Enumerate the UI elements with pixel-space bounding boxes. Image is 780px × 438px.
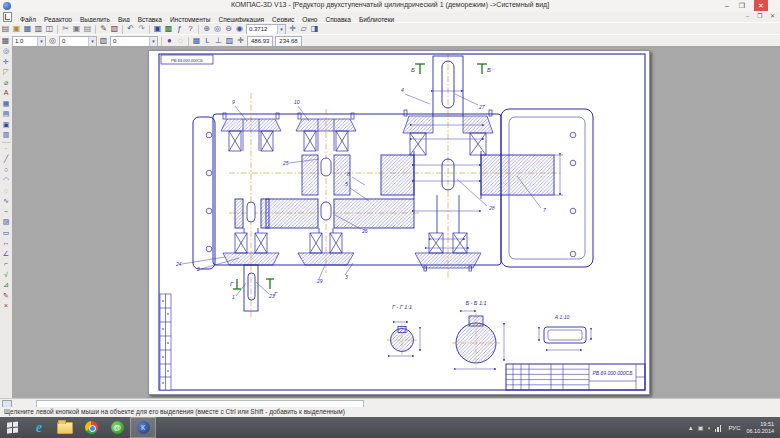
detail-view-bb: Б - Б 1:1 (452, 300, 504, 369)
taskbar-internet-explorer[interactable]: e (26, 417, 52, 438)
close-button[interactable]: ✕ (754, 0, 768, 11)
drawing-canvas[interactable]: РВ.69.000.000СБ (12, 46, 780, 398)
copy-properties-icon[interactable]: ✎ (98, 24, 109, 35)
taskbar-file-explorer[interactable] (52, 417, 78, 438)
line-style-icon[interactable]: ● (164, 36, 175, 47)
select-tool-icon[interactable]: ◸ (1, 67, 12, 78)
language-indicator[interactable]: РУС (728, 425, 740, 431)
report-tool-icon[interactable]: ▥ (1, 130, 12, 141)
print-icon[interactable]: ▥ (33, 24, 44, 35)
erase-aux-icon[interactable]: ◌ (175, 36, 186, 47)
taskbar-kompas[interactable]: К (130, 417, 156, 438)
zoom-window-icon[interactable]: ◎ (212, 24, 223, 35)
coord-x-field[interactable]: 486.93 (247, 36, 273, 47)
current-angle-combo[interactable]: 0▾ (59, 36, 97, 47)
trim-tool-icon[interactable]: × (1, 301, 12, 312)
pan-icon[interactable]: ✛ (287, 24, 298, 35)
zoom-out-icon[interactable]: ⊖ (223, 24, 234, 35)
spec-tool-icon[interactable]: ▤ (1, 109, 12, 120)
start-button[interactable] (0, 417, 26, 438)
current-angle-icon[interactable]: ◎ (47, 36, 58, 47)
open-icon[interactable]: ▣ (11, 24, 22, 35)
restore-button[interactable]: ❐ (735, 0, 749, 11)
windows-logo-icon (7, 421, 19, 433)
dimension-tool-icon[interactable]: ↔ (1, 238, 12, 249)
roughness-tool-icon[interactable]: √ (1, 270, 12, 281)
coord-y-field[interactable]: 234.68 (275, 36, 301, 47)
library-tool-icon[interactable]: ▣ (1, 120, 12, 131)
current-layer-combo[interactable]: 0▾ (110, 36, 158, 47)
coords-icon[interactable]: ✛ (235, 36, 246, 47)
zoom-scale-combo[interactable]: 0.3712▾ (246, 24, 286, 35)
drawing-sheet[interactable]: РВ.69.000.000СБ (148, 50, 650, 395)
tray-flag-icon[interactable]: ▣ (698, 424, 704, 431)
copy-icon[interactable]: ▣ (71, 24, 82, 35)
variables-icon[interactable]: ▣ (152, 24, 163, 35)
current-layer-combo-dropdown-icon[interactable]: ▾ (149, 37, 157, 46)
toolbar-separator (57, 25, 58, 34)
zoom-scale-combo-dropdown-icon[interactable]: ▾ (277, 25, 285, 34)
hatch-tool-icon[interactable]: ▨ (1, 217, 12, 228)
point-tool-icon[interactable]: · (1, 144, 12, 155)
leader-tool-icon[interactable]: ⌐ (1, 259, 12, 270)
callout-leader (455, 94, 478, 105)
arc-tool-icon[interactable]: ◠ (1, 175, 12, 186)
current-scale-combo-dropdown-icon[interactable]: ▾ (37, 37, 45, 46)
toolbar-separator (95, 25, 96, 34)
text-tool-icon[interactable]: A (1, 88, 12, 99)
help-what-icon[interactable]: ? (185, 24, 196, 35)
grid-icon[interactable]: ▦ (191, 36, 202, 47)
undo-icon[interactable]: ↶ (125, 24, 136, 35)
current-scale-icon[interactable]: ▦ (0, 36, 11, 47)
section-tool-icon[interactable]: ⊿ (1, 280, 12, 291)
taskbar-chrome[interactable] (78, 417, 104, 438)
menu-bar: ФайлРедакторВыделитьВидВставкаИнструмент… (0, 12, 780, 22)
zoom-all-icon[interactable]: ◉ (234, 24, 245, 35)
polyline-tool-icon[interactable]: ∿ (1, 196, 12, 207)
rect-tool-icon[interactable]: ▭ (1, 228, 12, 239)
tray-volume-icon[interactable]: ◖ (707, 425, 711, 431)
new-document-icon[interactable]: ▤ (0, 24, 11, 35)
measure-tool-icon[interactable]: ⌀ (1, 78, 12, 89)
redo-icon[interactable]: ↷ (136, 24, 147, 35)
ortho-icon[interactable]: ⊥ (213, 36, 224, 47)
current-angle-combo-dropdown-icon[interactable]: ▾ (88, 37, 96, 46)
minimize-button[interactable]: – (720, 0, 734, 11)
svg-text:Г - Г 1:1: Г - Г 1:1 (392, 304, 412, 310)
save-icon[interactable]: ▦ (22, 24, 33, 35)
snap-icon[interactable]: ▨ (224, 36, 235, 47)
paste-icon[interactable]: ▤ (82, 24, 93, 35)
clock[interactable]: 19:51 06.10.2014 (746, 421, 774, 435)
circle-tool-icon[interactable]: ○ (1, 165, 12, 176)
refresh-icon[interactable]: ▱ (298, 24, 309, 35)
object-properties-icon[interactable]: ▧ (109, 24, 120, 35)
preview-icon[interactable]: ◫ (44, 24, 55, 35)
pan-tool-icon[interactable]: ✛ (1, 57, 12, 68)
callout-number-1: 1 (232, 294, 235, 300)
current-scale-combo[interactable]: 1.0▾ (12, 36, 46, 47)
zoom-tool-icon[interactable]: ◎ (1, 46, 12, 57)
tray-expand-icon[interactable]: ▲ (688, 425, 694, 431)
table-tool-icon[interactable]: ▦ (1, 99, 12, 110)
taskbar: e @ К ▲ ▣ ◖ РУС 19:51 06.10.2014 (0, 417, 780, 438)
network-icon[interactable] (715, 424, 723, 432)
cut-icon[interactable]: ✂ (60, 24, 71, 35)
taskbar-mail-agent[interactable]: @ (104, 417, 130, 438)
edit-tool-icon[interactable]: ✎ (1, 291, 12, 302)
show-page-icon[interactable]: ◨ (309, 24, 320, 35)
ie-icon: e (36, 420, 42, 436)
toolbar-separator (198, 25, 199, 34)
mdi-window-controls[interactable]: – ❐ ✕ (746, 12, 778, 19)
line-tool-icon[interactable]: ╱ (1, 154, 12, 165)
spline-tool-icon[interactable]: ~ (1, 207, 12, 218)
kompas-icon: К (137, 421, 150, 434)
zoom-in-icon[interactable]: ⊕ (201, 24, 212, 35)
angle-dim-tool-icon[interactable]: ∠ (1, 249, 12, 260)
fx-icon[interactable]: ƒ (174, 24, 185, 35)
ellipse-tool-icon[interactable]: ◌ (1, 186, 12, 197)
status-hint: Щелкните левой кнопкой мыши на объекте д… (4, 408, 345, 415)
constraints-icon[interactable]: ▩ (163, 24, 174, 35)
local-cs-icon[interactable]: L (202, 36, 213, 47)
current-layer-icon[interactable]: ▧ (98, 36, 109, 47)
callout-number-10: 10 (294, 99, 300, 105)
